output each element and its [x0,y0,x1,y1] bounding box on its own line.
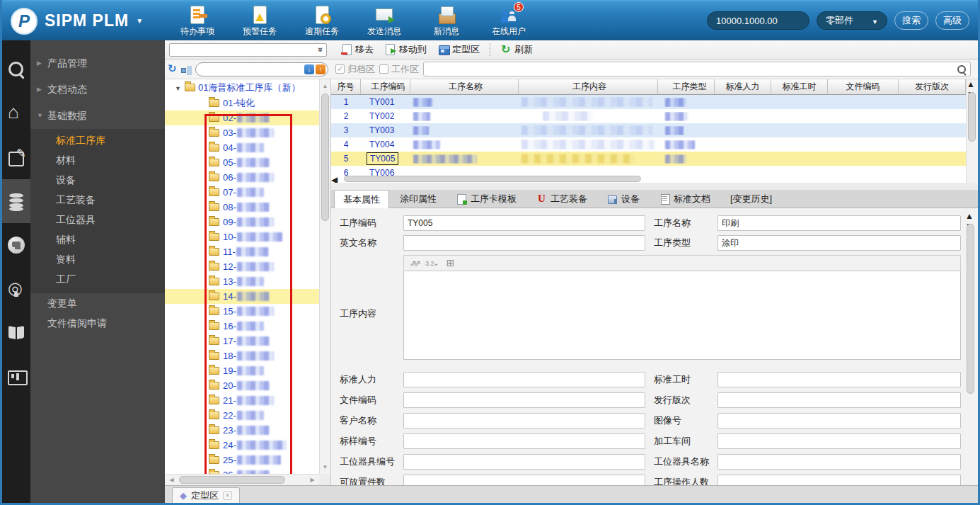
col-header[interactable]: 工序编码 [361,79,410,94]
nav-sub-item[interactable]: 标准工序库 [30,130,165,150]
tree-node[interactable]: 17- [165,334,319,348]
tree-node[interactable]: 15- [165,304,319,319]
tree-node[interactable]: 09- [165,215,319,229]
nav-sub-item[interactable]: 设备 [30,170,165,190]
tree-refresh-icon[interactable] [168,63,177,75]
form-input[interactable] [717,475,961,485]
table-icon[interactable] [446,258,455,268]
search-button[interactable]: 搜索 [894,11,928,30]
table-row[interactable]: 3 TY003 [331,123,966,137]
tree-node[interactable]: 06- [165,170,319,185]
header-tool-button[interactable]: 发送消息 [362,5,406,38]
form-input[interactable] [403,372,645,387]
expander-down-icon[interactable] [175,83,185,93]
form-input[interactable] [717,413,961,429]
header-tool-button[interactable]: 预警任务 [238,5,282,38]
nav-sub-item[interactable]: 资料 [30,249,165,269]
rail-item[interactable] [2,311,30,355]
detail-tab[interactable]: 涂印属性 [391,190,446,208]
advanced-search-button[interactable]: 高级 [935,11,969,30]
decimal-icon[interactable]: 3.2 [425,258,439,268]
close-icon[interactable] [223,491,232,500]
rail-item[interactable] [2,179,30,223]
search-icon[interactable] [956,64,967,75]
nav-group-basedata[interactable]: 基础数据 [30,103,165,129]
form-input[interactable] [403,413,645,429]
tree-node[interactable]: 22- [165,408,319,423]
move-to-button[interactable]: 移动到 [381,42,431,57]
tree-node[interactable]: 23- [165,423,319,438]
nav-sub-item[interactable]: 工位器具 [30,210,165,229]
search-prev-button[interactable] [316,64,325,74]
table-row[interactable]: 1 TY001 [331,95,966,109]
rail-item[interactable] [2,267,30,311]
form-input[interactable] [717,433,961,449]
tree-node[interactable]: 04- [165,140,319,155]
tree-node[interactable]: 26- [165,467,319,474]
header-tool-button[interactable]: 待办事项 [175,5,219,38]
detail-tab[interactable]: 工序卡模板 [447,190,526,208]
archive-zone-checkbox[interactable]: 归档区 [335,63,375,76]
global-search-input[interactable] [707,11,809,30]
nav-bottom-item[interactable]: 变更单 [30,293,165,313]
form-input[interactable] [403,392,645,408]
col-header[interactable]: 文件编码 [828,79,899,94]
logo[interactable]: P SIPM PLM [2,8,154,35]
search-category-select[interactable]: 零部件 [817,11,887,30]
form-input[interactable] [403,475,645,485]
scroll-thumb[interactable] [967,224,974,394]
view-combo-select[interactable] [169,43,327,57]
form-input[interactable] [717,454,961,470]
scroll-down-arrow[interactable] [320,462,330,472]
header-tool-button[interactable]: 在线用户 5 [487,5,531,38]
tree-node[interactable]: 20- [165,378,319,393]
table-row[interactable]: 4 TY004 [331,137,966,152]
scroll-thumb[interactable] [179,476,285,484]
tree-search-box[interactable] [195,62,328,76]
nav-group-document[interactable]: 文档动态 [30,76,165,103]
detail-tab[interactable]: 设备 [598,190,649,208]
scroll-thumb[interactable] [321,93,329,221]
table-row[interactable]: 2 TY002 [331,109,966,123]
col-header[interactable]: 标准工时 [771,79,828,94]
search-next-button[interactable] [304,64,314,74]
scroll-right-arrow[interactable] [307,475,318,485]
form-input[interactable] [717,372,961,387]
refresh-button[interactable]: 刷新 [496,42,537,57]
fixed-zone-button[interactable]: 定型区 [434,42,484,57]
col-header[interactable]: 发行版次 [899,79,966,94]
scroll-left-arrow[interactable] [331,175,338,183]
rail-item[interactable] [2,223,30,267]
process-code-input[interactable] [403,215,645,231]
header-tool-button[interactable]: 新消息 [425,5,468,38]
tree-node[interactable]: 01- 钝化 [165,96,319,110]
tree-node[interactable]: 05- [165,155,319,170]
tree-node[interactable]: 07- [165,185,319,200]
tree-node[interactable]: 24- [165,438,319,453]
tree-node[interactable]: 08- [165,200,319,215]
nav-sub-item[interactable]: 材料 [30,150,165,170]
form-input[interactable] [403,433,645,449]
scroll-up-arrow[interactable] [967,79,975,89]
detail-tab[interactable]: [变更历史] [721,190,781,208]
tree-node[interactable]: 21- [165,393,319,408]
tree-node[interactable]: 12- [165,259,319,274]
detail-tab[interactable]: 工艺装备 [527,190,596,208]
col-header[interactable]: 工序内容 [519,79,658,94]
tree-node[interactable]: 11- [165,244,319,259]
tree-root-node[interactable]: 01海普标准工序库（新） [165,79,319,96]
rail-item[interactable] [2,355,30,399]
process-content-textarea[interactable] [403,271,961,360]
col-header[interactable]: 标准人力 [715,79,771,94]
form-input[interactable] [717,392,961,408]
tree-hierarchy-icon[interactable] [180,64,192,75]
form-input[interactable] [403,454,645,470]
detail-tab[interactable]: 基本属性 [334,190,389,208]
tree-node[interactable]: 14- [165,289,319,304]
tree-vertical-scrollbar[interactable] [319,79,330,474]
work-zone-checkbox[interactable]: 工作区 [379,63,419,76]
rail-item[interactable] [2,91,30,135]
tree-horizontal-scrollbar[interactable] [165,474,319,485]
table-search-input[interactable] [424,62,956,76]
rail-item[interactable] [2,47,30,91]
